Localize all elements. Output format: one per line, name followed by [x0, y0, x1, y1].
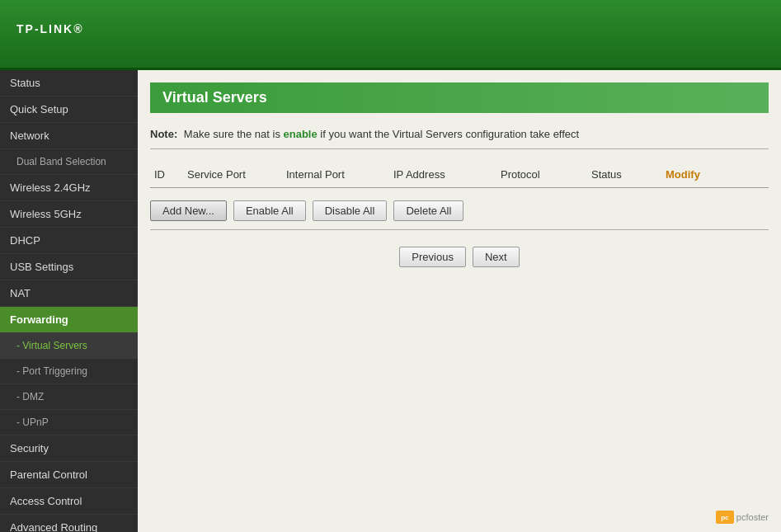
note-enable: enable — [284, 128, 318, 140]
sidebar-item-wireless-24[interactable]: Wireless 2.4GHz — [0, 175, 138, 201]
sidebar-item-port-triggering[interactable]: - Port Triggering — [0, 359, 138, 384]
sidebar-item-dual-band[interactable]: Dual Band Selection — [0, 149, 138, 175]
watermark-text: pcfoster — [736, 512, 769, 522]
col-modify: Modify — [666, 168, 732, 181]
next-button[interactable]: Next — [473, 247, 520, 267]
layout: StatusQuick SetupNetworkDual Band Select… — [0, 70, 781, 532]
disable-all-button[interactable]: Disable All — [313, 200, 388, 221]
col-status: Status — [591, 168, 666, 181]
note-label: Note: — [150, 128, 177, 140]
add-new-button[interactable]: Add New... — [150, 200, 227, 221]
note-text: Make sure the nat is — [184, 128, 280, 140]
sidebar-item-virtual-servers[interactable]: - Virtual Servers — [0, 333, 138, 359]
sidebar: StatusQuick SetupNetworkDual Band Select… — [0, 70, 138, 532]
sidebar-item-network[interactable]: Network — [0, 123, 138, 149]
pc-icon: pc — [716, 511, 734, 524]
footer-watermark: pc pcfoster — [716, 511, 769, 524]
trademark: ® — [73, 22, 83, 35]
sidebar-item-nat[interactable]: NAT — [0, 280, 138, 307]
sidebar-item-access-control[interactable]: Access Control — [0, 488, 138, 515]
sidebar-item-advanced-routing[interactable]: Advanced Routing — [0, 515, 138, 532]
sidebar-item-status[interactable]: Status — [0, 70, 138, 97]
col-protocol: Protocol — [501, 168, 591, 181]
sidebar-item-dmz[interactable]: - DMZ — [0, 384, 138, 410]
col-service-port: Service Port — [187, 168, 286, 181]
sidebar-item-wireless-5[interactable]: Wireless 5GHz — [0, 201, 138, 228]
action-buttons: Add New... Enable All Disable All Delete… — [150, 192, 769, 230]
pagination: Previous Next — [150, 247, 769, 267]
header: TP-LINK® — [0, 0, 781, 70]
main-content: Virtual Servers Note: Make sure the nat … — [138, 70, 781, 532]
sidebar-item-parental-control[interactable]: Parental Control — [0, 462, 138, 488]
sidebar-item-usb-settings[interactable]: USB Settings — [0, 254, 138, 280]
sidebar-item-quick-setup[interactable]: Quick Setup — [0, 97, 138, 123]
sidebar-item-security[interactable]: Security — [0, 435, 138, 462]
sidebar-item-dhcp[interactable]: DHCP — [0, 228, 138, 254]
table-header: IDService PortInternal PortIP AddressPro… — [150, 162, 769, 188]
sidebar-item-forwarding[interactable]: Forwarding — [0, 307, 138, 333]
sidebar-item-upnp[interactable]: - UPnP — [0, 410, 138, 435]
col-id: ID — [154, 168, 187, 181]
col-ip-address: IP Address — [393, 168, 501, 181]
note-bar: Note: Make sure the nat is enable if you… — [150, 123, 769, 149]
previous-button[interactable]: Previous — [399, 247, 466, 267]
note-suffix-text: if you want the Virtual Servers configur… — [320, 128, 579, 140]
logo: TP-LINK® — [16, 16, 84, 51]
page-title: Virtual Servers — [150, 82, 769, 113]
col-internal-port: Internal Port — [286, 168, 393, 181]
enable-all-button[interactable]: Enable All — [233, 200, 306, 221]
delete-all-button[interactable]: Delete All — [393, 200, 463, 221]
